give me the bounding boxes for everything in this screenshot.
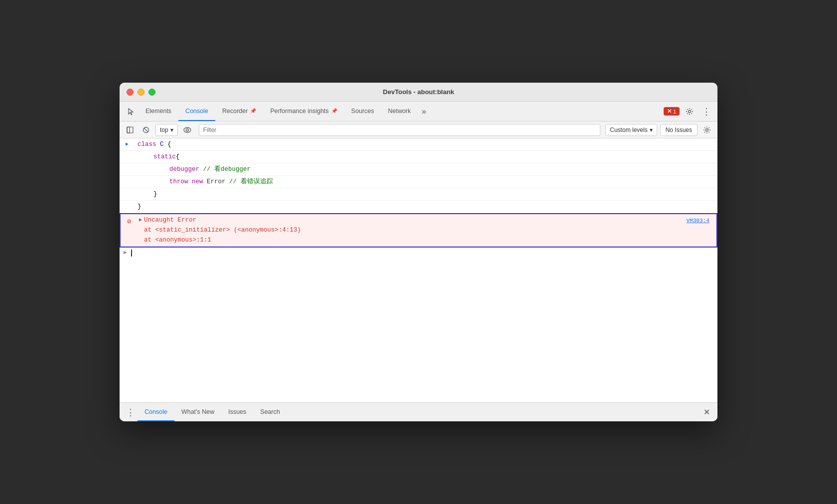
- pin-icon-perf: 📌: [331, 108, 337, 114]
- main-tabs: Elements Console Recorder 📌 Performance …: [139, 102, 664, 121]
- code-content-5: }: [136, 189, 713, 199]
- bottom-tabs: Console What's New Issues Search: [138, 403, 287, 421]
- console-input-line[interactable]: ▶: [120, 248, 717, 258]
- bottom-tab-whats-new[interactable]: What's New: [174, 403, 221, 421]
- bottom-tab-console[interactable]: Console: [138, 403, 174, 421]
- close-bottom-bar-button[interactable]: ✕: [699, 405, 713, 419]
- code-content-2: static{: [136, 152, 713, 162]
- gear-icon: [686, 108, 694, 116]
- code-line-1: ▶ class C {: [120, 138, 717, 151]
- minimize-traffic-light[interactable]: [138, 89, 144, 96]
- bottom-tab-search[interactable]: Search: [253, 403, 287, 421]
- clear-console-button[interactable]: [140, 124, 152, 136]
- comment-debugger: // 看debugger: [203, 166, 251, 173]
- kw-debugger: debugger: [169, 166, 199, 173]
- bottom-menu-button[interactable]: ⋮: [124, 405, 138, 419]
- context-selector[interactable]: top ▾: [155, 124, 178, 136]
- kw-class: class: [138, 141, 156, 148]
- no-issues-button[interactable]: No Issues: [660, 124, 698, 136]
- code-line-4: throw new Error // 看错误追踪: [120, 176, 717, 188]
- cursor-blink: [131, 250, 132, 256]
- error-message: Uncaught Error: [144, 217, 196, 224]
- svg-point-0: [689, 110, 691, 113]
- more-options-button[interactable]: ⋮: [699, 105, 713, 119]
- error-count-badge[interactable]: ✕ 1: [664, 107, 680, 116]
- line-gutter-6: [120, 202, 136, 203]
- close-traffic-light[interactable]: [127, 89, 134, 96]
- bottom-tab-issues[interactable]: Issues: [221, 403, 253, 421]
- code-content-6: }: [136, 202, 713, 212]
- tab-sources[interactable]: Sources: [344, 102, 381, 121]
- pin-icon-recorder: 📌: [250, 108, 256, 114]
- tab-elements[interactable]: Elements: [139, 102, 178, 121]
- console-settings-button[interactable]: [700, 124, 713, 136]
- title-bar: DevTools - about:blank: [120, 83, 717, 102]
- error-stack-2: at <anonymous>:1:1: [144, 237, 211, 244]
- line-gutter-2: [120, 152, 136, 153]
- custom-levels-button[interactable]: Custom levels ▾: [605, 124, 657, 136]
- more-tabs-button[interactable]: »: [418, 102, 430, 121]
- line-gutter-3: [120, 164, 136, 165]
- bottom-bar: ⋮ Console What's New Issues Search ✕: [120, 402, 717, 421]
- error-x-icon: ✕: [667, 108, 672, 115]
- eye-button[interactable]: [181, 124, 194, 136]
- devtools-window: DevTools - about:blank Elements Console …: [120, 83, 717, 421]
- tab-performance-insights[interactable]: Performance insights 📌: [263, 102, 344, 121]
- eye-icon: [183, 127, 191, 133]
- line-gutter-4: [120, 177, 136, 178]
- expand-arrow-error[interactable]: ▶: [139, 215, 142, 224]
- svg-point-6: [186, 128, 188, 131]
- expand-arrow-1[interactable]: ▶: [126, 140, 129, 148]
- svg-point-7: [706, 128, 708, 131]
- code-line-3: debugger // 看debugger: [120, 163, 717, 176]
- cursor-icon: [127, 108, 135, 116]
- error-gutter: ⊘: [121, 215, 137, 227]
- tab-bar-left: [124, 102, 139, 121]
- code-line-5: }: [120, 188, 717, 201]
- code-line-6: }: [120, 201, 717, 213]
- svg-line-4: [144, 128, 148, 132]
- chevron-down-icon: ▾: [170, 126, 173, 133]
- error-location-link[interactable]: VM303:4: [687, 215, 717, 226]
- comment-error: // 看错误追踪: [229, 178, 273, 185]
- error-message-line: Uncaught Error: [144, 215, 687, 225]
- tab-bar: Elements Console Recorder 📌 Performance …: [120, 102, 717, 122]
- error-stack-1: at <static_initializer> (<anonymous>:4:1…: [144, 227, 301, 234]
- tab-recorder[interactable]: Recorder 📌: [215, 102, 263, 121]
- kw-static: static: [153, 153, 176, 160]
- no-circle-icon: [142, 126, 149, 133]
- tab-network[interactable]: Network: [381, 102, 418, 121]
- tab-console[interactable]: Console: [178, 102, 215, 121]
- close-bottom-icon: ✕: [703, 407, 710, 417]
- window-title: DevTools - about:blank: [383, 88, 454, 96]
- console-output: ▶ class C { static{ debugger // 看debugge…: [120, 138, 717, 402]
- console-toolbar: top ▾ Custom levels ▾ No Issues: [120, 122, 717, 138]
- line-gutter-1: ▶: [120, 139, 136, 148]
- kw-throw: throw: [169, 178, 188, 185]
- three-dots-icon: ⋮: [126, 407, 135, 418]
- expand-panel-button[interactable]: [124, 124, 137, 136]
- fullscreen-traffic-light[interactable]: [148, 89, 155, 96]
- error-row-main: ⊘ ▶ Uncaught Error at <static_initialize…: [121, 215, 717, 245]
- settings-button[interactable]: [683, 105, 697, 119]
- traffic-lights: [127, 89, 155, 96]
- error-block[interactable]: ⊘ ▶ Uncaught Error at <static_initialize…: [120, 213, 717, 248]
- error-count-label: 1: [673, 109, 676, 115]
- more-vert-icon: ⋮: [702, 106, 711, 117]
- kw-new: new: [192, 178, 203, 185]
- class-name-C: C: [160, 141, 164, 148]
- expand-panel-icon: [127, 126, 134, 133]
- error-content: Uncaught Error at <static_initializer> (…: [144, 215, 687, 245]
- line-gutter-5: [120, 189, 136, 190]
- filter-input[interactable]: [199, 124, 601, 136]
- console-gear-icon: [703, 126, 711, 134]
- svg-rect-1: [127, 127, 133, 133]
- code-line-2: static{: [120, 151, 717, 163]
- svg-rect-2: [127, 127, 130, 133]
- error-stack-line-1: at <static_initializer> (<anonymous>:4:1…: [144, 225, 687, 235]
- svg-point-5: [184, 127, 191, 132]
- error-circle-icon: ⊘: [127, 216, 131, 227]
- tab-bar-right: ✕ 1 ⋮: [664, 102, 713, 121]
- inspect-cursor-button[interactable]: [124, 105, 139, 119]
- error-stack-line-2: at <anonymous>:1:1: [144, 235, 687, 245]
